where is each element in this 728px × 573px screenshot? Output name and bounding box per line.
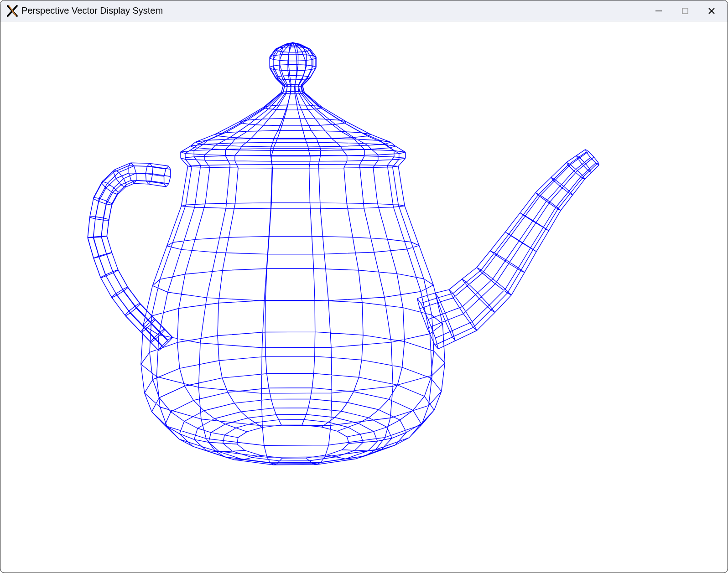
close-button[interactable] (698, 0, 725, 21)
x11-logo-icon (6, 5, 19, 17)
svg-rect-1 (682, 8, 688, 14)
close-icon (707, 7, 716, 15)
window-title: Perspective Vector Display System (21, 5, 163, 16)
minimize-button[interactable] (645, 0, 672, 21)
title-bar: Perspective Vector Display System (0, 0, 728, 21)
wireframe-canvas (1, 22, 728, 573)
viewport[interactable] (1, 22, 727, 572)
maximize-button[interactable] (672, 0, 698, 21)
minimize-icon (655, 7, 663, 15)
app-window: Perspective Vector Display System (0, 0, 728, 573)
teapot-wireframe (88, 42, 599, 465)
maximize-icon (681, 7, 689, 15)
